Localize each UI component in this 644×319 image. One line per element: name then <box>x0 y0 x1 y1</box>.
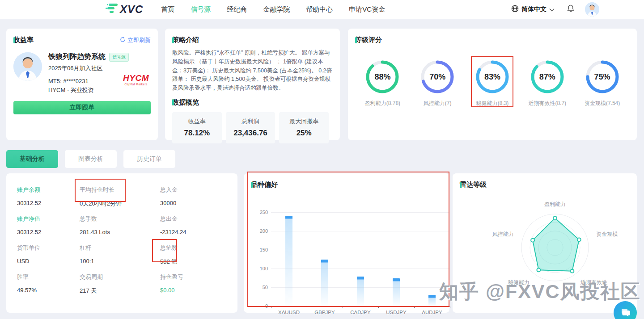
strategy-name: 铁狼列阵趋势系统 <box>48 52 106 62</box>
rating-card: 等级评分 88%盈利能力(8.78)70%风控能力(7)83%稳健能力(8.3)… <box>348 29 637 140</box>
account-item-label: 总入金 <box>160 186 232 194</box>
x-tick-mark <box>414 306 415 308</box>
overview-stat-2: 最大回撤率25% <box>279 112 329 143</box>
rating-gauge-1: 70%风控能力(7) <box>410 60 465 107</box>
radar-axis-label: 风控能力 <box>492 231 514 237</box>
fxvc-logo[interactable]: XVC <box>106 3 143 16</box>
y-tick-label: 250 <box>253 210 268 215</box>
account-item-value: 0天20小时2分钟 <box>80 200 160 208</box>
stat-label: 收益率 <box>188 118 206 126</box>
hycm-logo: HYCM Capital Markets <box>123 74 149 86</box>
stat-label: 最大回撤率 <box>289 118 318 126</box>
account-item-value: USD <box>17 258 80 264</box>
x-tick-label: CADJPY <box>343 310 378 315</box>
gauge-label: 风控能力(7) <box>424 100 452 107</box>
profit-card: 收益率 立即刷新 铁狼列阵趋势系统 信号源 202 <box>6 29 158 140</box>
title-accent-bar <box>13 37 15 43</box>
account-item-label: 交易周期 <box>80 273 160 281</box>
rating-title: 等级评分 <box>355 36 382 44</box>
gauge-percent: 70% <box>421 60 454 93</box>
rating-gauge-2: 83%稳健能力(8.3) <box>465 60 520 107</box>
gauge-ring: 70% <box>421 60 454 93</box>
x-tick-mark <box>343 306 343 308</box>
nav-item-4[interactable]: 帮助中心 <box>306 5 333 14</box>
title-accent-bar <box>251 182 253 188</box>
bar-USDJPY <box>393 278 400 306</box>
account-item-label: 账户余额 <box>17 186 80 194</box>
account-item-value: 30312.52 <box>17 229 80 235</box>
chat-bubbles-icon <box>620 307 631 319</box>
x-tick-label: USDJPY <box>378 310 414 315</box>
account-item-value: 582 笔 <box>160 258 232 266</box>
gauge-percent: 83% <box>476 60 509 93</box>
top-nav: XVC 首页信号源经纪商金融学院帮助中心申请VC资金 简体中文 <box>0 0 644 19</box>
account-item-7: 杠杆100:1 <box>80 244 160 273</box>
nav-item-3[interactable]: 金融学院 <box>263 5 290 14</box>
stat-value: 25% <box>297 129 312 138</box>
gauge-ring: 75% <box>586 60 619 93</box>
refresh-icon <box>120 37 127 44</box>
follow-button[interactable]: 立即跟单 <box>13 101 151 114</box>
lightning-f-icon <box>106 3 119 16</box>
stat-value: 78.12% <box>184 129 210 138</box>
tab-0[interactable]: 基础分析 <box>6 150 58 168</box>
rating-gauge-4: 75%资金规模(7.54) <box>575 60 630 107</box>
stat-label: 总利润 <box>242 118 259 126</box>
radar-vertex-1 <box>577 238 581 242</box>
x-axis-line <box>271 306 450 306</box>
overview-stat-1: 总利润23,436.76 <box>226 112 275 143</box>
gauge-ring: 87% <box>531 60 564 93</box>
account-item-value: 49.57% <box>17 287 80 294</box>
user-avatar[interactable] <box>585 2 599 17</box>
gauge-ring: 83% <box>476 60 509 93</box>
gridline <box>271 212 450 213</box>
account-stats-card: 账户余额30312.52平均持仓时长0天20小时2分钟总入金30000账户净值3… <box>6 173 237 313</box>
radar-vertex-4 <box>531 239 534 242</box>
gauge-label: 稳健能力(8.3) <box>476 100 509 107</box>
nav-item-2[interactable]: 经纪商 <box>227 5 247 14</box>
account-item-2: 总入金30000 <box>160 186 232 215</box>
mt5-account: MT5: #****0231 <box>48 77 129 86</box>
radar-axis-label: 资金规模 <box>596 231 618 237</box>
gauge-percent: 88% <box>366 60 399 93</box>
tab-1[interactable]: 图表分析 <box>65 150 117 168</box>
account-grid: 账户余额30312.52平均持仓时长0天20小时2分钟总入金30000账户净值3… <box>17 186 227 302</box>
tab-2[interactable]: 历史订单 <box>123 150 175 168</box>
y-tick-label: 50 <box>253 285 268 290</box>
bar-chart: 050100150200250XAUUSDGBPJPYCADJPYUSDJPYA… <box>251 193 442 318</box>
profit-card-title: 收益率 <box>13 36 34 44</box>
language-label: 简体中文 <box>521 5 547 13</box>
account-item-label: 货币单位 <box>17 244 80 252</box>
bar-CADJPY <box>357 277 364 306</box>
gauge-label: 资金规模(7.54) <box>585 100 620 107</box>
bell-icon[interactable] <box>567 4 574 14</box>
refresh-label: 立即刷新 <box>127 36 151 44</box>
y-tick-label: 200 <box>253 228 268 234</box>
language-selector[interactable]: 简体中文 <box>511 5 557 14</box>
gauge-percent: 87% <box>531 60 564 93</box>
main-nav: 首页信号源经纪商金融学院帮助中心申请VC资金 <box>161 5 401 14</box>
y-tick-label: 100 <box>253 266 268 271</box>
bar-GBPJPY <box>321 260 328 306</box>
signal-source-badge: 信号源 <box>109 53 129 62</box>
radar-card: 雷达等级 盈利能力资金规模近期有效性稳健能力风控能力 <box>453 173 637 313</box>
title-accent-bar <box>172 37 174 43</box>
x-tick-label: AUDJPY <box>414 310 450 315</box>
bar-AUDJPY <box>428 295 436 306</box>
title-accent-bar <box>355 37 357 43</box>
refresh-link[interactable]: 立即刷新 <box>120 36 151 44</box>
y-tick-label: 0 <box>253 303 268 309</box>
account-item-3: 账户净值30312.52 <box>17 215 80 244</box>
x-tick-label: XAUUSD <box>271 310 307 315</box>
bar-XAUUSD <box>285 216 292 306</box>
x-tick-mark <box>307 306 307 308</box>
globe-icon <box>511 5 521 14</box>
radar-vertex-0 <box>553 216 557 220</box>
account-item-10: 交易周期217 天 <box>80 273 160 302</box>
account-item-value: 30000 <box>160 200 232 206</box>
nav-item-0[interactable]: 首页 <box>161 5 174 14</box>
nav-item-5[interactable]: 申请VC资金 <box>349 5 385 14</box>
gauge-label: 盈利能力(8.78) <box>365 100 400 107</box>
nav-item-1[interactable]: 信号源 <box>191 5 211 14</box>
account-item-4: 总手数281.43 Lots <box>80 215 160 244</box>
